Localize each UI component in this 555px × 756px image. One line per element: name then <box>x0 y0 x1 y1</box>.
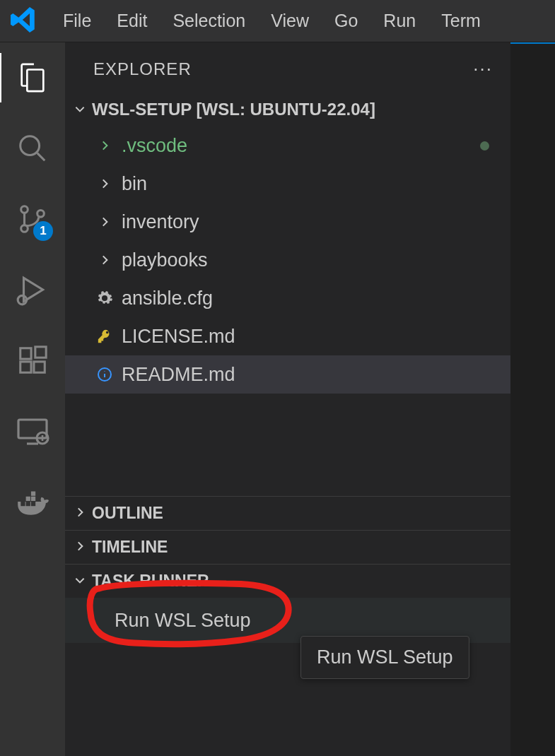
tree-row[interactable]: LICENSE.md <box>65 317 510 355</box>
menu-selection[interactable]: Selection <box>160 6 258 35</box>
section-task-runner-label: TASK RUNNER <box>92 572 209 591</box>
activity-remote[interactable] <box>15 413 50 449</box>
chevron-down-icon <box>74 572 86 591</box>
menubar: File Edit Selection View Go Run Term <box>0 0 555 42</box>
svg-point-1 <box>21 206 28 213</box>
menu-run[interactable]: Run <box>370 6 428 35</box>
section-outline-label: OUTLINE <box>92 504 163 523</box>
svg-point-3 <box>37 211 45 218</box>
tree-row[interactable]: ansible.cfg <box>65 279 510 317</box>
section-outline[interactable]: OUTLINE <box>65 497 510 530</box>
task-item-label: Run WSL Setup <box>115 610 251 632</box>
chevron-right-icon <box>74 504 86 523</box>
activity-bar: 1 <box>0 42 65 756</box>
explorer-title: EXPLORER <box>93 59 192 79</box>
chevron-right-icon <box>95 254 115 266</box>
tree-row-label: .vscode <box>122 135 187 157</box>
menu-go[interactable]: Go <box>322 6 370 35</box>
modified-dot-icon <box>480 141 489 150</box>
tree-row-label: README.md <box>122 364 235 386</box>
section-timeline-label: TIMELINE <box>92 538 168 557</box>
menu-edit[interactable]: Edit <box>104 6 160 35</box>
activity-extensions[interactable] <box>15 343 50 378</box>
file-tree: .vscode bin inventory playbooks ansible.… <box>65 124 510 394</box>
chevron-right-icon <box>74 538 86 557</box>
tree-row-label: LICENSE.md <box>122 326 235 348</box>
chevron-down-icon <box>74 100 86 119</box>
info-icon <box>95 366 115 383</box>
svg-rect-8 <box>35 347 46 358</box>
key-icon <box>95 329 115 344</box>
activity-docker[interactable] <box>15 484 50 519</box>
chevron-right-icon <box>95 177 115 190</box>
svg-rect-5 <box>21 348 31 359</box>
tree-row-label: playbooks <box>122 249 208 271</box>
tree-row[interactable]: bin <box>65 165 510 203</box>
tree-row[interactable]: .vscode <box>65 126 510 165</box>
tree-row[interactable]: playbooks <box>65 241 510 279</box>
tree-row[interactable]: README.md <box>65 355 510 394</box>
activity-search[interactable] <box>15 131 50 166</box>
menu-terminal[interactable]: Term <box>428 6 493 35</box>
tree-row-label: bin <box>122 173 147 195</box>
workspace-root[interactable]: WSL-SETUP [WSL: UBUNTU-22.04] <box>65 95 510 124</box>
activity-explorer[interactable] <box>15 60 50 95</box>
tree-row-label: inventory <box>122 211 199 233</box>
svg-rect-7 <box>34 362 45 372</box>
explorer-bottom-sections: OUTLINE TIMELINE TASK RUNNER Run WSL Set… <box>65 496 510 756</box>
editor-area <box>510 42 555 756</box>
section-task-runner[interactable]: TASK RUNNER <box>65 564 510 598</box>
activity-source-control[interactable]: 1 <box>15 201 50 237</box>
activity-run-debug[interactable] <box>15 272 50 307</box>
menu-view[interactable]: View <box>258 6 322 35</box>
tree-row[interactable]: inventory <box>65 203 510 241</box>
tooltip: Run WSL Setup <box>300 636 469 679</box>
chevron-right-icon <box>95 215 115 228</box>
menu-file[interactable]: File <box>50 6 104 35</box>
gear-icon <box>95 290 115 307</box>
explorer-more-icon[interactable]: ··· <box>473 58 493 80</box>
section-timeline[interactable]: TIMELINE <box>65 530 510 564</box>
vscode-logo-icon <box>11 7 36 35</box>
scm-badge: 1 <box>33 221 53 241</box>
tree-row-label: ansible.cfg <box>122 288 213 309</box>
svg-point-0 <box>21 136 40 155</box>
chevron-right-icon <box>95 139 115 152</box>
workspace-root-label: WSL-SETUP [WSL: UBUNTU-22.04] <box>92 100 375 119</box>
svg-rect-6 <box>21 362 31 372</box>
